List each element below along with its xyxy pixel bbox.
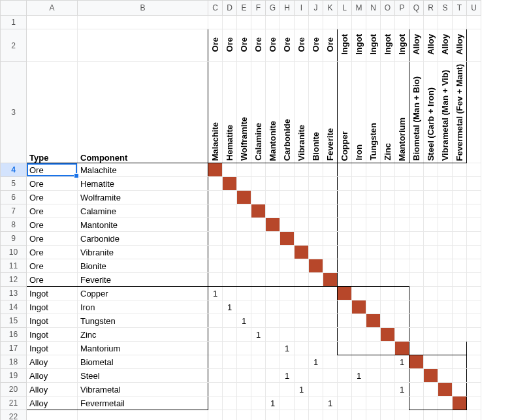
- row-2[interactable]: 2 Ore Ore Ore Ore Ore Ore Ore Ore Ore In…: [1, 29, 481, 62]
- col-B[interactable]: B: [78, 1, 208, 16]
- row-16[interactable]: 16IngotZinc1: [1, 328, 481, 342]
- rownum-10[interactable]: 10: [1, 246, 27, 259]
- col-M[interactable]: M: [352, 1, 366, 16]
- rownum-16[interactable]: 16: [1, 328, 27, 342]
- row-14[interactable]: 14IngotIron1: [1, 300, 481, 314]
- cell-value[interactable]: 1: [208, 287, 223, 300]
- row-13[interactable]: 13IngotCopper1: [1, 287, 481, 300]
- rownum-18[interactable]: 18: [1, 355, 27, 369]
- col-type: Ore: [210, 37, 220, 52]
- row-9[interactable]: 9OreCarbonide: [1, 232, 481, 246]
- row-11[interactable]: 11OreBionite: [1, 259, 481, 273]
- select-all[interactable]: [1, 1, 27, 16]
- col-T[interactable]: T: [453, 1, 467, 16]
- col-G[interactable]: G: [266, 1, 280, 16]
- col-A[interactable]: A: [27, 1, 78, 16]
- col-R[interactable]: R: [424, 1, 438, 16]
- rownum-20[interactable]: 20: [1, 383, 27, 396]
- col-type: Ore: [225, 37, 234, 52]
- rownum-12[interactable]: 12: [1, 273, 27, 287]
- row-12[interactable]: 12OreFeverite: [1, 273, 481, 287]
- col-type: Ore: [325, 37, 335, 52]
- rownum-15[interactable]: 15: [1, 314, 27, 328]
- row-5[interactable]: 5OreHematite: [1, 177, 481, 191]
- col-type: Ore: [296, 37, 306, 52]
- col-P[interactable]: P: [395, 1, 409, 16]
- row-8[interactable]: 8OreMantonite: [1, 218, 481, 232]
- row-17[interactable]: 17IngotMantorium1: [1, 342, 481, 355]
- col-N[interactable]: N: [366, 1, 381, 16]
- rownum-11[interactable]: 11: [1, 259, 27, 273]
- col-name: Feverite: [325, 128, 335, 161]
- spreadsheet-grid[interactable]: A B C D E F G H I J K L M N O P Q R S T …: [0, 0, 481, 420]
- row-19[interactable]: 19AlloySteel11: [1, 369, 481, 383]
- col-type: Ore: [311, 37, 321, 52]
- rownum-19[interactable]: 19: [1, 369, 27, 383]
- col-name: Carbonide: [282, 119, 292, 161]
- row-4[interactable]: 4OreMalachite: [1, 163, 481, 177]
- col-name: Vibrametal (Man + Vib): [440, 70, 450, 161]
- col-E[interactable]: E: [237, 1, 251, 16]
- rownum-5[interactable]: 5: [1, 177, 27, 191]
- rownum-3[interactable]: 3: [1, 62, 27, 163]
- row-6[interactable]: 6OreWolframite: [1, 191, 481, 204]
- col-name: Calamine: [253, 123, 263, 161]
- row-15[interactable]: 15IngotTungsten1: [1, 314, 481, 328]
- col-type: Ore: [268, 37, 278, 52]
- col-S[interactable]: S: [438, 1, 453, 16]
- rownum-9[interactable]: 9: [1, 232, 27, 246]
- rownum-7[interactable]: 7: [1, 204, 27, 218]
- col-type: Ingot: [397, 34, 407, 55]
- rownum-17[interactable]: 17: [1, 342, 27, 355]
- col-type: Ore: [253, 37, 263, 52]
- rownum-22[interactable]: 22: [1, 410, 27, 421]
- rownum-14[interactable]: 14: [1, 300, 27, 314]
- rownum-13[interactable]: 13: [1, 287, 27, 300]
- col-name: Malachite: [210, 122, 220, 161]
- col-C[interactable]: C: [208, 1, 223, 16]
- rownum-6[interactable]: 6: [1, 191, 27, 204]
- col-K[interactable]: K: [323, 1, 338, 16]
- row-10[interactable]: 10OreVibranite: [1, 246, 481, 259]
- col-D[interactable]: D: [223, 1, 237, 16]
- header-type: Type: [27, 153, 48, 163]
- col-name: Hematite: [225, 125, 234, 161]
- col-O[interactable]: O: [381, 1, 395, 16]
- col-type: Ingot: [368, 34, 378, 55]
- col-name: Iron: [354, 144, 364, 161]
- row-21[interactable]: 21AlloyFevermetail11: [1, 396, 481, 410]
- rownum-21[interactable]: 21: [1, 396, 27, 410]
- col-name: Biometal (Man + Bio): [411, 76, 421, 161]
- row-7[interactable]: 7OreCalamine: [1, 204, 481, 218]
- col-name: Copper: [340, 131, 349, 161]
- rownum-4[interactable]: 4: [1, 163, 27, 177]
- col-name: Bionite: [311, 132, 321, 161]
- cell-type[interactable]: Ore: [27, 163, 78, 177]
- row-20[interactable]: 20AlloyVibrametal11: [1, 383, 481, 396]
- row-1[interactable]: 1: [1, 16, 481, 29]
- col-name: Tungsten: [368, 123, 378, 161]
- col-Q[interactable]: Q: [409, 1, 424, 16]
- col-L[interactable]: L: [338, 1, 352, 16]
- col-type: Ingot: [354, 34, 364, 55]
- col-H[interactable]: H: [280, 1, 295, 16]
- col-F[interactable]: F: [251, 1, 266, 16]
- row-18[interactable]: 18AlloyBiometal11: [1, 355, 481, 369]
- col-U[interactable]: U: [467, 1, 481, 16]
- column-header-row[interactable]: A B C D E F G H I J K L M N O P Q R S T …: [1, 1, 481, 16]
- rownum-2[interactable]: 2: [1, 29, 27, 62]
- cell-comp[interactable]: Malachite: [78, 163, 208, 177]
- col-name: Vibranite: [296, 125, 306, 161]
- col-I[interactable]: I: [295, 1, 309, 16]
- row-22[interactable]: 22: [1, 410, 481, 421]
- header-component: Component: [78, 153, 127, 163]
- col-name: Wolframite: [239, 117, 249, 161]
- row-3[interactable]: 3 Type Component Malachite Hematite Wolf…: [1, 62, 481, 163]
- col-name: Steel (Carb + Iron): [426, 88, 436, 161]
- rownum-8[interactable]: 8: [1, 218, 27, 232]
- rownum-1[interactable]: 1: [1, 16, 27, 29]
- col-J[interactable]: J: [309, 1, 323, 16]
- col-name: Fevermetal (Fev + Mant): [455, 64, 464, 161]
- col-type: Alloy: [455, 34, 464, 55]
- col-name: Mantorium: [397, 118, 407, 161]
